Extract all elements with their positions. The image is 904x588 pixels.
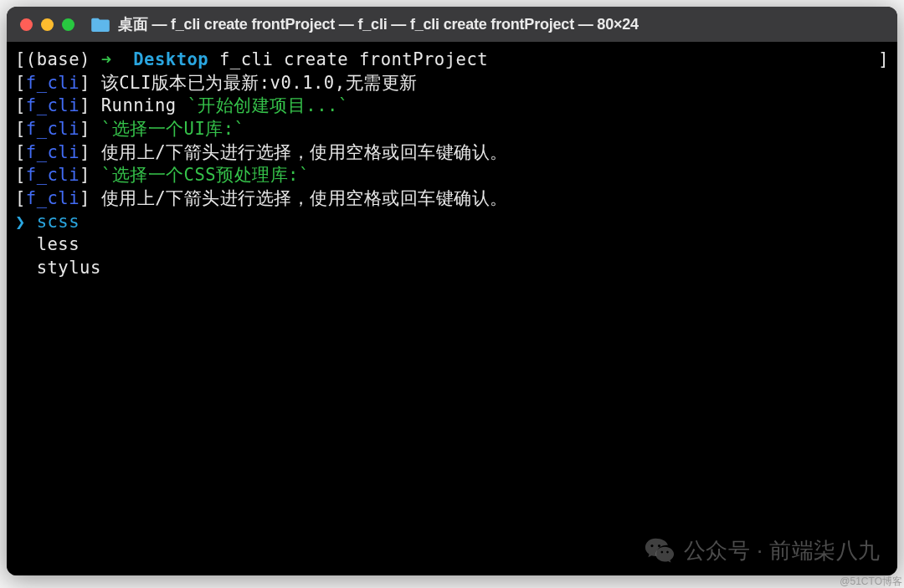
- prompt-arrow-icon: ➜: [101, 49, 134, 69]
- output-line: [f_cli] 使用上/下箭头进行选择，使用空格或回车键确认。: [15, 187, 889, 211]
- output-line: [f_cli] Running `开始创建项目...`: [15, 95, 889, 118]
- watermark: 公众号 · 前端柒八九: [644, 535, 881, 567]
- attribution-text: @51CTO博客: [840, 575, 902, 588]
- cli-tag: f_cli: [26, 73, 80, 93]
- select-option-selected[interactable]: ❯ scss: [15, 211, 889, 234]
- folder-icon: [91, 17, 110, 32]
- option-label: stylus: [37, 258, 101, 278]
- select-option[interactable]: stylus: [15, 257, 889, 280]
- prompt-line: [(base) ➜ Desktop f_cli create frontProj…: [15, 49, 889, 72]
- window-title: 桌面 — f_cli create frontProject — f_cli —…: [118, 14, 639, 34]
- titlebar[interactable]: 桌面 — f_cli create frontProject — f_cli —…: [7, 7, 897, 42]
- terminal-window: 桌面 — f_cli create frontProject — f_cli —…: [7, 7, 897, 575]
- prompt-cwd: Desktop: [133, 49, 208, 69]
- output-line: [f_cli] 使用上/下箭头进行选择，使用空格或回车键确认。: [15, 141, 889, 165]
- output-line: [f_cli] 该CLI版本已为最新:v0.1.0,无需更新: [15, 72, 889, 95]
- command-text: f_cli create frontProject: [208, 49, 488, 69]
- option-label: scss: [37, 212, 80, 232]
- cli-tag: f_cli: [26, 119, 80, 139]
- terminal-body[interactable]: ] [(base) ➜ Desktop f_cli create frontPr…: [7, 42, 897, 575]
- maximize-icon[interactable]: [62, 18, 74, 31]
- output-line: [f_cli] `选择一个CSS预处理库:`: [15, 164, 889, 187]
- prompt-env: (base): [26, 49, 90, 69]
- cli-tag: f_cli: [26, 95, 80, 115]
- wechat-icon: [644, 535, 675, 567]
- close-icon[interactable]: [20, 18, 33, 31]
- select-option[interactable]: less: [15, 233, 889, 257]
- cli-tag: f_cli: [26, 188, 80, 208]
- traffic-lights: [20, 18, 74, 31]
- watermark-text: 公众号 · 前端柒八九: [684, 536, 881, 565]
- cli-tag: f_cli: [26, 142, 80, 162]
- right-bracket: ]: [878, 49, 889, 72]
- selector-pointer-icon: ❯: [15, 212, 26, 232]
- option-label: less: [37, 234, 80, 254]
- minimize-icon[interactable]: [41, 18, 54, 31]
- output-line: [f_cli] `选择一个UI库:`: [15, 118, 889, 141]
- cli-tag: f_cli: [26, 165, 80, 185]
